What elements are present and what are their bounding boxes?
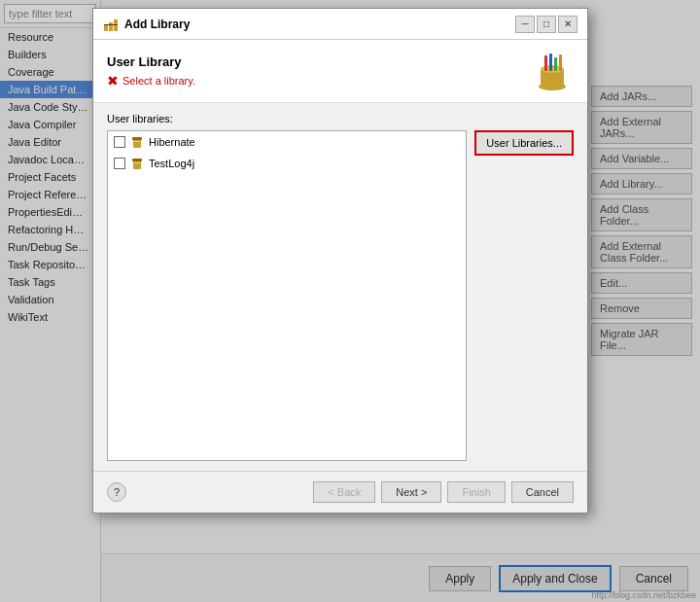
hibernate-checkbox[interactable] [114, 136, 125, 148]
finish-button[interactable]: Finish [447, 481, 505, 503]
library-item-testlog4j[interactable]: TestLog4j [108, 153, 466, 174]
testlog4j-checkbox[interactable] [114, 158, 125, 169]
cancel-button[interactable]: Cancel [511, 481, 574, 503]
back-button[interactable]: < Back [313, 481, 375, 503]
modal-body: Hibernate TestLog4j User Libraries... [107, 130, 574, 461]
svg-rect-0 [104, 25, 108, 31]
books-illustration [531, 50, 574, 92]
svg-rect-16 [134, 162, 140, 163]
modal-title-left: Add Library [103, 17, 190, 32]
modal-subtitle-text: Select a library. [122, 75, 195, 87]
nav-buttons: < Back Next > Finish Cancel [313, 481, 574, 503]
library-item-hibernate[interactable]: Hibernate [108, 131, 466, 153]
hibernate-label: Hibernate [149, 136, 195, 148]
jar-icon [129, 156, 145, 171]
modal-window-controls: ─ □ ✕ [515, 16, 578, 33]
modal-header-title: User Library [107, 54, 195, 69]
svg-rect-9 [554, 57, 557, 71]
svg-rect-12 [132, 137, 142, 140]
svg-rect-1 [109, 22, 113, 31]
side-button-container: User Libraries... [474, 130, 574, 461]
help-button[interactable]: ? [107, 482, 126, 502]
libraries-list[interactable]: Hibernate TestLog4j [107, 130, 467, 461]
svg-rect-7 [544, 55, 547, 71]
close-button[interactable]: ✕ [558, 16, 578, 33]
svg-rect-10 [559, 54, 562, 71]
svg-rect-13 [134, 141, 140, 142]
testlog4j-label: TestLog4j [149, 158, 194, 169]
maximize-button[interactable]: □ [537, 16, 556, 33]
svg-rect-3 [104, 24, 118, 25]
libraries-label: User libraries: [107, 113, 574, 124]
user-libraries-button[interactable]: User Libraries... [474, 130, 574, 156]
error-icon: ✖ [107, 73, 119, 89]
modal-titlebar: Add Library ─ □ ✕ [93, 9, 587, 40]
modal-content: User libraries: Hibernate [93, 103, 587, 471]
svg-rect-8 [549, 53, 552, 71]
svg-rect-15 [132, 159, 142, 161]
jar-icon [129, 134, 145, 150]
modal-footer: ? < Back Next > Finish Cancel [93, 471, 587, 513]
modal-title-text: Add Library [124, 18, 190, 31]
library-icon [103, 17, 119, 32]
modal-header-left: User Library ✖ Select a library. [107, 54, 195, 89]
add-library-dialog: Add Library ─ □ ✕ User Library ✖ Select … [92, 8, 588, 513]
modal-header: User Library ✖ Select a library. [93, 40, 587, 103]
next-button[interactable]: Next > [381, 481, 441, 503]
minimize-button[interactable]: ─ [515, 16, 535, 33]
modal-header-subtitle: ✖ Select a library. [107, 73, 195, 89]
